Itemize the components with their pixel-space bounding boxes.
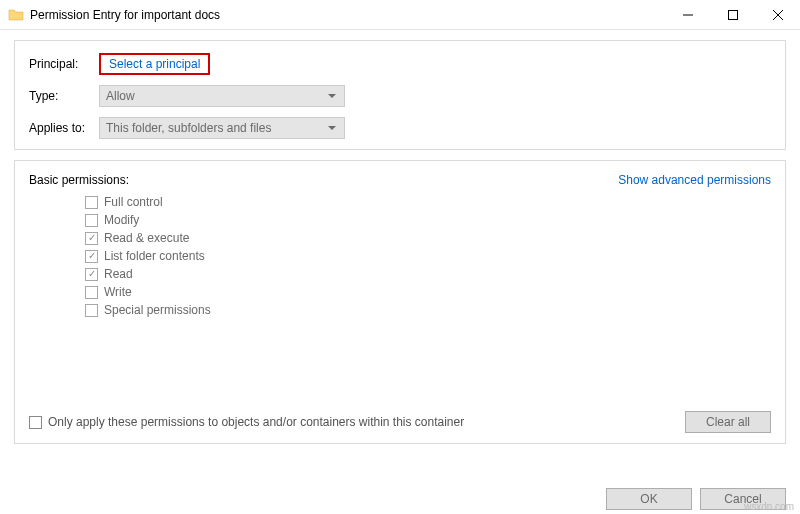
applies-to-select[interactable]: This folder, subfolders and files: [99, 117, 345, 139]
permission-label: Modify: [104, 213, 139, 227]
permissions-panel: Basic permissions: Show advanced permiss…: [14, 160, 786, 444]
permission-label: Special permissions: [104, 303, 211, 317]
permissions-list: Full controlModifyRead & executeList fol…: [85, 193, 771, 319]
permission-label: Read & execute: [104, 231, 189, 245]
clear-all-button[interactable]: Clear all: [685, 411, 771, 433]
permission-item[interactable]: Read: [85, 265, 771, 283]
type-label: Type:: [29, 89, 99, 103]
permission-checkbox[interactable]: [85, 304, 98, 317]
applies-to-label: Applies to:: [29, 121, 99, 135]
watermark: wsxdn.com: [744, 501, 794, 512]
window-title: Permission Entry for important docs: [30, 8, 220, 22]
show-advanced-permissions-link[interactable]: Show advanced permissions: [618, 173, 771, 187]
select-principal-link[interactable]: Select a principal: [99, 53, 210, 75]
only-apply-label: Only apply these permissions to objects …: [48, 415, 464, 429]
svg-rect-0: [728, 10, 737, 19]
permission-checkbox[interactable]: [85, 196, 98, 209]
basic-permissions-heading: Basic permissions:: [29, 173, 129, 187]
permission-item[interactable]: Write: [85, 283, 771, 301]
principal-label: Principal:: [29, 57, 99, 71]
permission-checkbox[interactable]: [85, 268, 98, 281]
permission-label: Write: [104, 285, 132, 299]
applies-to-value: This folder, subfolders and files: [106, 121, 271, 135]
permission-item[interactable]: Special permissions: [85, 301, 771, 319]
type-value: Allow: [106, 89, 135, 103]
permission-item[interactable]: Read & execute: [85, 229, 771, 247]
permission-item[interactable]: Modify: [85, 211, 771, 229]
permission-item[interactable]: Full control: [85, 193, 771, 211]
ok-button[interactable]: OK: [606, 488, 692, 510]
maximize-button[interactable]: [710, 0, 755, 30]
principal-panel: Principal: Select a principal Type: Allo…: [14, 40, 786, 150]
permission-label: Read: [104, 267, 133, 281]
close-button[interactable]: [755, 0, 800, 30]
permission-label: List folder contents: [104, 249, 205, 263]
permission-checkbox[interactable]: [85, 250, 98, 263]
only-apply-row[interactable]: Only apply these permissions to objects …: [29, 415, 464, 429]
permission-checkbox[interactable]: [85, 286, 98, 299]
permission-item[interactable]: List folder contents: [85, 247, 771, 265]
minimize-button[interactable]: [665, 0, 710, 30]
permission-label: Full control: [104, 195, 163, 209]
only-apply-checkbox[interactable]: [29, 416, 42, 429]
permission-checkbox[interactable]: [85, 214, 98, 227]
type-select[interactable]: Allow: [99, 85, 345, 107]
titlebar: Permission Entry for important docs: [0, 0, 800, 30]
permission-checkbox[interactable]: [85, 232, 98, 245]
folder-icon: [8, 7, 24, 23]
